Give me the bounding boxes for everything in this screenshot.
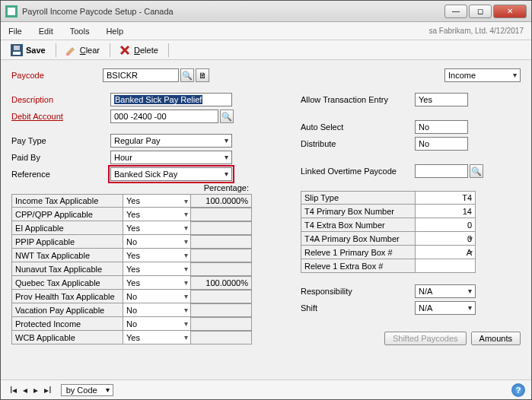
description-label: Description: [11, 95, 110, 104]
applicable-row: Quebec Tax ApplicableYes100.0000%: [11, 276, 278, 290]
description-input[interactable]: Banked Sick Pay Relief: [110, 93, 232, 106]
paycode-input[interactable]: BSICKR: [103, 68, 179, 82]
help-icon[interactable]: ?: [511, 383, 525, 397]
applicable-label: Protected Income: [11, 317, 123, 331]
applicable-pct[interactable]: [191, 303, 252, 317]
minimize-button[interactable]: —: [444, 5, 467, 18]
paytype-select[interactable]: Regular Pay: [110, 134, 232, 148]
save-button[interactable]: Save: [5, 43, 51, 58]
applicable-pct[interactable]: [191, 221, 252, 235]
clear-button[interactable]: Clear: [59, 43, 105, 58]
box-value[interactable]: A: [415, 246, 476, 259]
applicable-pct[interactable]: [191, 290, 252, 303]
applicable-pct[interactable]: [191, 235, 252, 249]
applicable-value[interactable]: Yes: [123, 262, 191, 276]
applicable-pct[interactable]: [191, 317, 252, 331]
titlebar: Payroll Income Paycode Setup - Canada — …: [1, 1, 531, 22]
allow-trans-value[interactable]: Yes: [415, 93, 468, 106]
paycode-type-select[interactable]: Income: [444, 68, 521, 82]
percentage-header: Percentage:: [11, 183, 252, 192]
box-row: T4 Extra Box Number0: [301, 218, 521, 232]
autoselect-value[interactable]: No: [415, 120, 468, 134]
applicable-pct[interactable]: 100.0000%: [191, 276, 252, 290]
reference-select[interactable]: Banked Sick Pay: [110, 167, 232, 181]
applicable-row: NWT Tax ApplicableYes: [11, 249, 278, 262]
nav-prev-button[interactable]: ◂: [20, 385, 30, 395]
responsibility-label: Responsibility: [301, 287, 415, 296]
save-label: Save: [26, 46, 46, 55]
search-icon: 🔍: [182, 71, 193, 81]
applicable-row: Nunavut Tax ApplicableYes: [11, 262, 278, 276]
menu-help[interactable]: Help: [106, 27, 123, 36]
box-value[interactable]: T4: [415, 191, 476, 205]
applicable-value[interactable]: Yes: [123, 249, 191, 262]
menu-edit[interactable]: Edit: [39, 27, 53, 36]
applicable-pct[interactable]: [191, 262, 252, 276]
applicable-row: Prov Health Tax ApplicableNo: [11, 290, 278, 303]
nav-first-button[interactable]: I◂: [7, 385, 20, 395]
box-row: Releve 1 Extra Box #: [301, 259, 521, 273]
box-value[interactable]: 0: [415, 218, 476, 232]
applicable-label: CPP/QPP Applicable: [11, 208, 123, 221]
applicable-pct[interactable]: [191, 331, 252, 344]
app-icon: [5, 5, 18, 17]
applicable-value[interactable]: No: [123, 303, 191, 317]
applicable-value[interactable]: No: [123, 317, 191, 331]
applicable-value[interactable]: No: [123, 235, 191, 249]
delete-button[interactable]: Delete: [113, 43, 164, 58]
linked-ot-input[interactable]: [415, 164, 468, 178]
debit-account-label[interactable]: Debit Account: [11, 112, 110, 121]
box-value[interactable]: [415, 259, 476, 273]
linked-ot-lookup-button[interactable]: 🔍: [470, 164, 483, 178]
shift-select[interactable]: N/A: [415, 301, 476, 315]
box-value[interactable]: 0: [415, 232, 476, 246]
sort-by-select[interactable]: by Code: [61, 384, 113, 396]
search-icon: 🔍: [221, 112, 232, 122]
applicable-value[interactable]: Yes: [123, 221, 191, 235]
box-number-grid: Slip TypeT4T4 Primary Box Number14T4 Ext…: [301, 191, 521, 273]
menubar: File Edit Tools Help sa Fabrikam, Ltd. 4…: [1, 22, 531, 40]
window-title: Payroll Income Paycode Setup - Canada: [22, 7, 444, 16]
shifted-paycodes-button[interactable]: Shifted Paycodes: [384, 332, 467, 345]
toolbar-sep-3: [168, 43, 169, 57]
clear-icon: [65, 44, 77, 56]
debit-account-input[interactable]: 000 -2400 -00: [110, 110, 218, 123]
save-icon: [11, 44, 23, 56]
applicable-value[interactable]: Yes: [123, 194, 191, 208]
applicable-row: EI ApplicableYes: [11, 221, 278, 235]
amounts-button[interactable]: Amounts: [471, 332, 521, 345]
applicable-label: Income Tax Applicable: [11, 194, 123, 208]
applicable-row: PPIP ApplicableNo: [11, 235, 278, 249]
applicable-pct[interactable]: 100.0000%: [191, 194, 252, 208]
applicable-value[interactable]: Yes: [123, 331, 191, 344]
delete-icon: [119, 44, 131, 56]
paycode-note-button[interactable]: 🗎: [196, 68, 209, 82]
menu-tools[interactable]: Tools: [70, 27, 90, 36]
svg-rect-5: [66, 53, 69, 56]
paidby-select[interactable]: Hour: [110, 151, 232, 164]
distribute-value[interactable]: No: [415, 137, 468, 151]
paycode-lookup-button[interactable]: 🔍: [180, 68, 194, 82]
applicable-value[interactable]: Yes: [123, 276, 191, 290]
applicable-pct[interactable]: [191, 208, 252, 221]
box-value[interactable]: 14: [415, 205, 476, 218]
applicable-value[interactable]: No: [123, 290, 191, 303]
menu-file[interactable]: File: [8, 27, 22, 36]
debit-lookup-button[interactable]: 🔍: [220, 110, 234, 123]
applicable-label: Vacation Pay Applicable: [11, 303, 123, 317]
allow-trans-label: Allow Transaction Entry: [301, 95, 415, 104]
delete-label: Delete: [134, 46, 158, 55]
toolbar-sep-2: [110, 43, 110, 57]
maximize-button[interactable]: ◻: [469, 5, 492, 18]
responsibility-select[interactable]: N/A: [415, 284, 476, 298]
nav-next-button[interactable]: ▸: [30, 385, 41, 395]
box-label: T4 Extra Box Number: [301, 218, 415, 232]
applicable-label: Nunavut Tax Applicable: [11, 262, 123, 276]
svg-rect-4: [14, 46, 20, 50]
applicable-pct[interactable]: [191, 249, 252, 262]
nav-last-button[interactable]: ▸I: [41, 385, 54, 395]
applicable-table: Income Tax ApplicableYes100.0000%CPP/QPP…: [11, 194, 278, 344]
close-button[interactable]: ✕: [493, 5, 527, 18]
applicable-value[interactable]: Yes: [123, 208, 191, 221]
svg-rect-1: [8, 8, 15, 15]
